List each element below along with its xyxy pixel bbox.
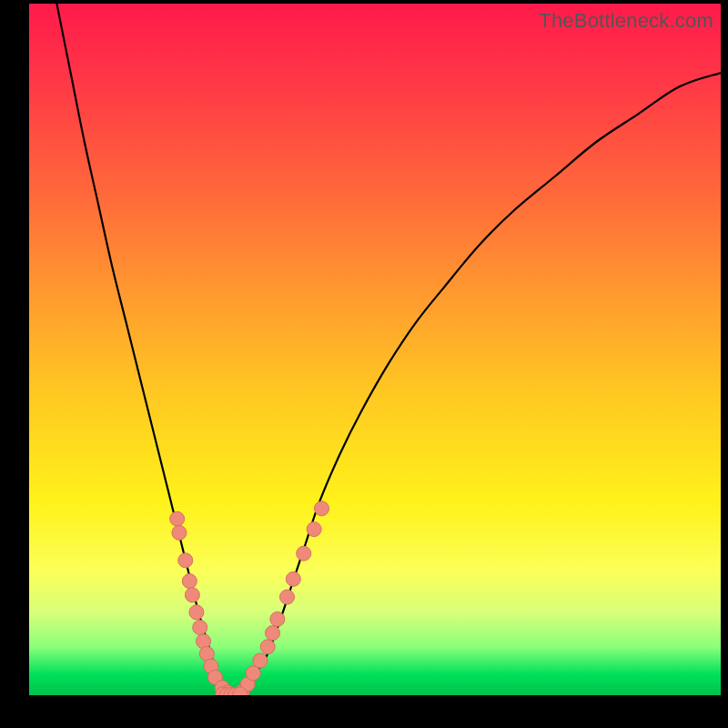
data-marker <box>185 588 199 602</box>
data-marker <box>314 501 329 516</box>
chart-frame: TheBottleneck.com <box>0 0 728 728</box>
bottleneck-chart <box>29 4 721 695</box>
data-marker <box>172 525 187 540</box>
data-marker <box>193 621 207 635</box>
data-marker <box>286 571 300 586</box>
data-marker <box>178 553 193 568</box>
data-marker <box>189 605 204 620</box>
data-marker <box>307 522 321 537</box>
data-marker <box>260 640 275 654</box>
data-marker <box>253 653 268 668</box>
data-marker <box>266 626 280 641</box>
data-marker <box>297 546 311 561</box>
data-marker <box>279 590 294 604</box>
watermark-label: TheBottleneck.com <box>539 9 713 33</box>
data-marker <box>270 612 285 626</box>
plot-area: TheBottleneck.com <box>29 4 721 695</box>
data-marker <box>170 511 185 526</box>
data-marker <box>182 574 197 589</box>
curve-path <box>56 4 721 694</box>
